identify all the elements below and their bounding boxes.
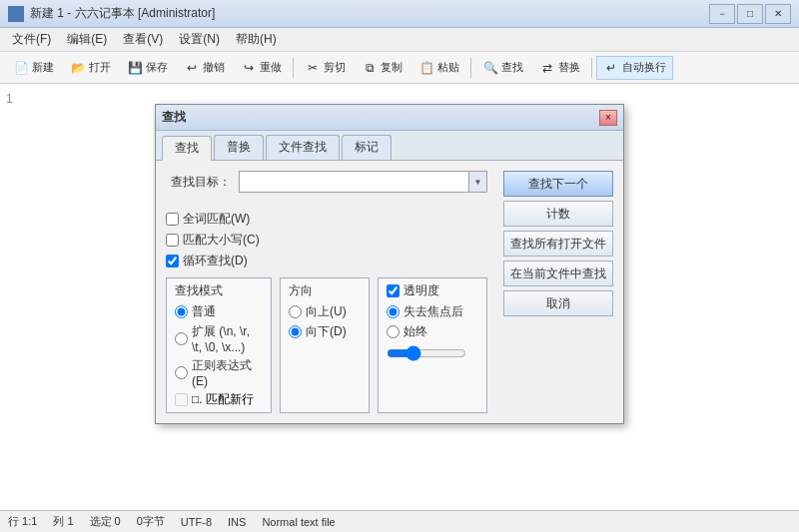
menu-help[interactable]: 帮助(H) <box>228 29 285 50</box>
combo-arrow-icon[interactable]: ▼ <box>468 172 486 192</box>
tab-replace[interactable]: 普换 <box>214 135 264 160</box>
dialog-close-button[interactable]: × <box>599 110 617 126</box>
status-ins: INS <box>228 516 246 528</box>
close-button[interactable]: ✕ <box>765 4 791 24</box>
match-case-label[interactable]: 匹配大小写(C) <box>183 232 260 249</box>
editor-area[interactable]: 1 查找 × 查找 普换 文件查找 标记 查找目标： <box>0 84 799 510</box>
save-button[interactable]: 💾 保存 <box>120 56 175 80</box>
cut-button[interactable]: ✂ 剪切 <box>298 56 353 80</box>
match-newline-label[interactable]: □. 匹配新行 <box>192 391 254 408</box>
minimize-button[interactable]: － <box>709 4 735 24</box>
find-next-button[interactable]: 查找下一个 <box>503 171 613 197</box>
undo-button[interactable]: ↩ 撤销 <box>177 56 232 80</box>
redo-label: 重做 <box>260 60 282 75</box>
status-filetype: Normal text file <box>262 516 335 528</box>
menu-bar: 文件(F) 编辑(E) 查看(V) 设置(N) 帮助(H) <box>0 28 799 52</box>
trans-always-label[interactable]: 始终 <box>403 323 427 340</box>
open-button[interactable]: 📂 打开 <box>63 56 118 80</box>
dir-up-radio[interactable] <box>289 305 302 318</box>
cut-icon: ✂ <box>305 60 321 76</box>
title-bar: 新建 1 - 六六记事本 [Administrator] － □ ✕ <box>0 0 799 28</box>
mode-regex-radio[interactable] <box>175 366 188 379</box>
copy-icon: ⧉ <box>362 60 378 76</box>
tab-mark[interactable]: 标记 <box>342 135 392 160</box>
mode-extended-label[interactable]: 扩展 (\n, \r, \t, \0, \x...) <box>192 323 263 354</box>
match-newline-checkbox[interactable] <box>175 393 188 406</box>
replace-label: 替换 <box>558 60 580 75</box>
transparency-title[interactable]: 透明度 <box>403 282 439 299</box>
trans-focus-row: 失去焦点后 <box>387 303 478 320</box>
status-chars: 0字节 <box>137 514 165 529</box>
trans-focus-radio[interactable] <box>387 305 400 318</box>
toolbar-divider-2 <box>470 58 471 78</box>
find-in-current-button[interactable]: 在当前文件中查找 <box>503 261 613 286</box>
replace-button[interactable]: ⇄ 替换 <box>532 56 587 80</box>
transparency-enable-row: 透明度 <box>387 282 478 299</box>
find-all-open-button[interactable]: 查找所有打开文件 <box>503 231 613 257</box>
mode-normal-label[interactable]: 普通 <box>192 303 216 320</box>
checkboxes-area: 全词匹配(W) 匹配大小写(C) 循环查找(D) <box>166 211 487 269</box>
dir-up-label[interactable]: 向上(U) <box>306 303 347 320</box>
menu-view[interactable]: 查看(V) <box>115 29 171 50</box>
tab-file-find[interactable]: 文件查找 <box>266 135 340 160</box>
dialog-tabs: 查找 普换 文件查找 标记 <box>156 131 623 161</box>
status-row: 行 1:1 <box>8 514 37 529</box>
paste-button[interactable]: 📋 粘贴 <box>411 56 466 80</box>
save-icon: 💾 <box>127 60 143 76</box>
full-word-label[interactable]: 全词匹配(W) <box>183 211 250 228</box>
menu-file[interactable]: 文件(F) <box>4 29 59 50</box>
mode-normal-row: 普通 <box>175 303 263 320</box>
mode-section: 查找模式 普通 扩展 (\n, \r, \t, \0, \x...) <box>166 277 272 413</box>
toolbar-divider-3 <box>591 58 592 78</box>
dir-down-label[interactable]: 向下(D) <box>306 323 347 340</box>
transparency-enable-checkbox[interactable] <box>387 284 400 297</box>
status-bar: 行 1:1 列 1 选定 0 0字节 UTF-8 INS Normal text… <box>0 510 799 532</box>
search-input[interactable] <box>240 172 468 192</box>
tab-find[interactable]: 查找 <box>162 136 212 161</box>
full-word-checkbox[interactable] <box>166 213 179 226</box>
dialog-title-bar: 查找 × <box>156 105 623 131</box>
trans-focus-label[interactable]: 失去焦点后 <box>403 303 463 320</box>
status-encoding: UTF-8 <box>181 516 212 528</box>
mode-section-title: 查找模式 <box>175 282 263 299</box>
match-case-row: 匹配大小写(C) <box>166 232 487 249</box>
dialog-right-buttons: 查找下一个 计数 查找所有打开文件 在当前文件中查找 取消 <box>503 171 613 413</box>
find-button[interactable]: 🔍 查找 <box>475 56 530 80</box>
cut-label: 剪切 <box>324 60 346 75</box>
new-button[interactable]: 📄 新建 <box>6 56 61 80</box>
find-icon: 🔍 <box>482 60 498 76</box>
direction-section-title: 方向 <box>289 282 361 299</box>
autowrap-button[interactable]: ↵ 自动换行 <box>596 56 673 80</box>
search-target-row: 查找目标： ▼ <box>166 171 487 193</box>
transparency-slider[interactable] <box>387 345 466 361</box>
menu-edit[interactable]: 编辑(E) <box>59 29 115 50</box>
search-combo[interactable]: ▼ <box>239 171 487 193</box>
copy-button[interactable]: ⧉ 复制 <box>355 56 409 80</box>
mode-normal-radio[interactable] <box>175 305 188 318</box>
redo-button[interactable]: ↪ 重做 <box>234 56 289 80</box>
new-label: 新建 <box>32 60 54 75</box>
new-icon: 📄 <box>13 60 29 76</box>
loop-search-row: 循环查找(D) <box>166 253 487 269</box>
open-icon: 📂 <box>70 60 86 76</box>
search-target-label: 查找目标： <box>166 174 231 191</box>
find-label: 查找 <box>501 60 523 75</box>
app-icon <box>8 6 24 22</box>
mode-regex-row: 正则表达式(E) <box>175 357 263 388</box>
menu-settings[interactable]: 设置(N) <box>171 29 228 50</box>
loop-search-checkbox[interactable] <box>166 255 179 267</box>
trans-always-radio[interactable] <box>387 325 400 338</box>
undo-icon: ↩ <box>184 60 200 76</box>
mode-extended-radio[interactable] <box>175 332 188 345</box>
mode-regex-label[interactable]: 正则表达式(E) <box>192 357 263 388</box>
trans-always-row: 始终 <box>387 323 478 340</box>
maximize-button[interactable]: □ <box>737 4 763 24</box>
dir-down-radio[interactable] <box>289 325 302 338</box>
transparency-section: 透明度 失去焦点后 始终 <box>378 277 487 413</box>
find-dialog: 查找 × 查找 普换 文件查找 标记 查找目标： ▼ <box>155 104 624 424</box>
replace-icon: ⇄ <box>539 60 555 76</box>
match-case-checkbox[interactable] <box>166 234 179 247</box>
loop-search-label[interactable]: 循环查找(D) <box>183 253 248 269</box>
cancel-button[interactable]: 取消 <box>503 290 613 316</box>
count-button[interactable]: 计数 <box>503 201 613 227</box>
